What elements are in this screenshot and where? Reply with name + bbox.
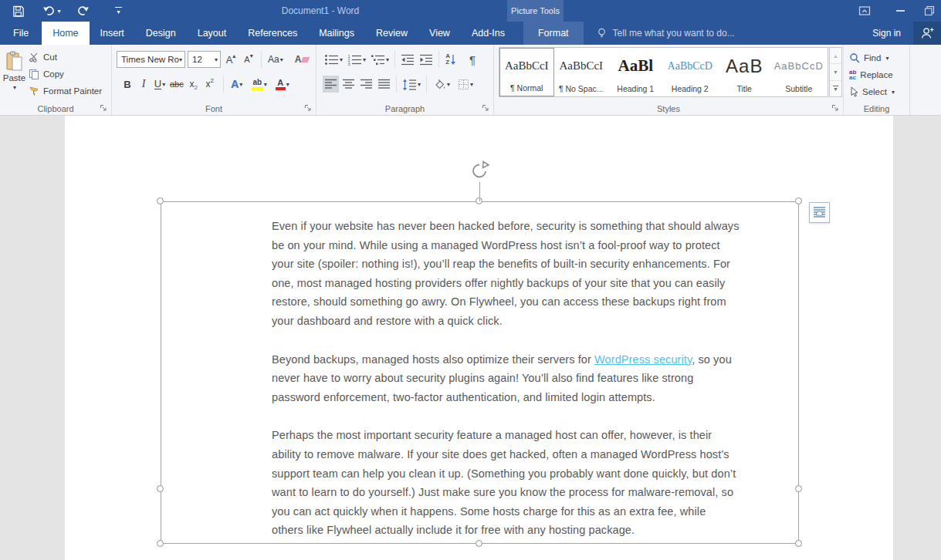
underline-dropdown-icon: ▾ bbox=[162, 81, 165, 88]
layout-options-button[interactable] bbox=[809, 202, 830, 223]
text-effects-glyph: A bbox=[231, 78, 239, 90]
bold-button[interactable]: B bbox=[120, 76, 135, 93]
rotate-handle[interactable] bbox=[469, 160, 490, 182]
font-dialog-launcher[interactable] bbox=[304, 104, 312, 112]
title-bar: ▾ ▾ Document1 - Word Picture Tools bbox=[0, 0, 941, 22]
replace-button[interactable]: ab ac Replace bbox=[849, 67, 893, 83]
strikethrough-button[interactable]: abc bbox=[168, 76, 185, 93]
paint-bucket-icon bbox=[432, 79, 446, 90]
ribbon-display-options-icon bbox=[858, 4, 872, 18]
tab-design[interactable]: Design bbox=[135, 22, 187, 45]
underline-button[interactable]: U ▾ bbox=[152, 76, 168, 93]
show-paragraph-marks-button[interactable]: ¶ bbox=[465, 51, 480, 68]
shading-dropdown-icon: ▾ bbox=[447, 81, 450, 88]
increase-indent-button[interactable] bbox=[418, 51, 435, 68]
subscript-button[interactable]: x 2 bbox=[186, 76, 201, 93]
style-normal[interactable]: AaBbCcI ¶ Normal bbox=[499, 48, 554, 96]
selection-handle-bottom-left[interactable] bbox=[157, 540, 164, 547]
clear-formatting-button[interactable]: A bbox=[293, 51, 311, 68]
style-subtitle[interactable]: AaBbCcD Subtitle bbox=[772, 48, 827, 96]
style-heading-1[interactable]: AaBl Heading 1 bbox=[608, 48, 663, 96]
font-name-combo[interactable]: Times New Ro ▾ bbox=[117, 51, 185, 68]
selection-handle-top-left[interactable] bbox=[157, 197, 164, 204]
group-styles: AaBbCcI ¶ Normal AaBbCcI ¶ No Spac... Aa… bbox=[494, 45, 844, 115]
restore-button[interactable] bbox=[918, 0, 941, 22]
tab-review[interactable]: Review bbox=[365, 22, 418, 45]
numbering-button[interactable]: 123 ▾ bbox=[346, 51, 367, 68]
tab-layout[interactable]: Layout bbox=[187, 22, 238, 45]
style-title-sample: AaB bbox=[726, 56, 763, 77]
superscript-button[interactable]: x 2 bbox=[202, 76, 218, 93]
change-case-button[interactable]: Aa ▾ bbox=[266, 51, 285, 68]
paragraph-dialog-launcher[interactable] bbox=[482, 104, 489, 112]
style-subtitle-name: Subtitle bbox=[785, 84, 812, 93]
shrink-font-button[interactable]: A ▾ bbox=[241, 51, 256, 68]
word-window: ▾ ▾ Document1 - Word Picture Tools bbox=[0, 0, 941, 560]
multilevel-list-button[interactable]: ▾ bbox=[369, 51, 391, 68]
sign-in-link[interactable]: Sign in bbox=[872, 28, 901, 39]
font-size-combo[interactable]: 12 ▾ bbox=[188, 51, 221, 68]
select-button[interactable]: Select ▾ bbox=[849, 84, 895, 100]
lightbulb-icon bbox=[596, 27, 608, 39]
style-title[interactable]: AaB Title bbox=[717, 48, 772, 96]
selection-handle-bottom-middle[interactable] bbox=[476, 540, 482, 547]
styles-gallery-more-button[interactable]: ▼ bbox=[830, 80, 841, 96]
shading-button[interactable]: ▾ bbox=[431, 76, 452, 93]
tab-file[interactable]: File bbox=[0, 22, 42, 45]
text-effects-button[interactable]: A ▾ bbox=[229, 76, 245, 93]
ribbon: Paste ▾ Cut Copy bbox=[0, 45, 941, 116]
clipboard-dialog-launcher[interactable] bbox=[100, 104, 107, 112]
cut-button[interactable]: Cut bbox=[29, 49, 57, 65]
styles-scroll-up-button[interactable]: ▲ bbox=[830, 48, 841, 63]
tab-insert[interactable]: Insert bbox=[90, 22, 135, 45]
paste-button[interactable]: Paste ▾ bbox=[2, 46, 27, 111]
format-painter-button[interactable]: Format Painter bbox=[29, 83, 102, 99]
selection-handle-middle-right[interactable] bbox=[795, 485, 802, 492]
tab-mailings[interactable]: Mailings bbox=[308, 22, 365, 45]
justify-button[interactable] bbox=[376, 76, 392, 93]
paste-icon bbox=[5, 51, 24, 72]
group-font: Times New Ro ▾ 12 ▾ A ▴ A ▾ Aa bbox=[112, 45, 316, 115]
align-center-button[interactable] bbox=[340, 76, 357, 93]
selection-handle-top-right[interactable] bbox=[795, 197, 802, 204]
styles-dialog-launcher[interactable] bbox=[831, 104, 839, 112]
format-painter-label: Format Painter bbox=[43, 86, 102, 96]
tab-home[interactable]: Home bbox=[42, 22, 89, 45]
group-editing: Find ▾ ab ac Replace Select ▾ Editing bbox=[844, 45, 910, 115]
sort-button[interactable]: A Z bbox=[443, 51, 459, 68]
find-button[interactable]: Find ▾ bbox=[849, 50, 889, 66]
tell-me-box[interactable]: Tell me what you want to do... bbox=[596, 22, 735, 45]
clear-formatting-glyph: A bbox=[295, 54, 302, 65]
copy-label: Copy bbox=[43, 69, 64, 79]
minimize-button[interactable] bbox=[882, 0, 918, 22]
style-heading-2[interactable]: AaBbCcD Heading 2 bbox=[663, 48, 718, 96]
minimize-icon bbox=[896, 10, 905, 11]
wordpress-security-link[interactable]: WordPress security bbox=[594, 353, 692, 366]
style-title-name: Title bbox=[737, 84, 752, 93]
decrease-indent-button[interactable] bbox=[399, 51, 416, 68]
copy-icon bbox=[29, 69, 39, 79]
tab-view[interactable]: View bbox=[418, 22, 461, 45]
selection-handle-bottom-right[interactable] bbox=[795, 540, 802, 547]
ribbon-display-options-button[interactable] bbox=[847, 0, 882, 22]
copy-button[interactable]: Copy bbox=[29, 66, 64, 82]
tab-add-ins[interactable]: Add-Ins bbox=[461, 22, 516, 45]
selection-handle-middle-left[interactable] bbox=[157, 485, 164, 492]
sign-in-avatar-button[interactable] bbox=[913, 22, 941, 45]
styles-scroll-down-button[interactable]: ▼ bbox=[830, 63, 841, 79]
borders-button[interactable]: ▾ bbox=[456, 76, 475, 93]
style-no-spacing-sample: AaBbCcI bbox=[559, 59, 603, 73]
grow-font-glyph: A bbox=[226, 54, 233, 66]
grow-font-button[interactable]: A ▴ bbox=[223, 51, 239, 68]
font-color-button[interactable]: A ▾ bbox=[274, 76, 291, 93]
styles-more-arrow: ▼ bbox=[833, 87, 838, 91]
style-no-spacing[interactable]: AaBbCcI ¶ No Spac... bbox=[554, 48, 609, 96]
tab-format[interactable]: Format bbox=[523, 22, 584, 45]
italic-button[interactable]: I bbox=[136, 76, 151, 93]
highlight-button[interactable]: ab ▾ bbox=[250, 76, 269, 93]
tab-references[interactable]: References bbox=[237, 22, 308, 45]
align-left-button[interactable] bbox=[323, 76, 339, 93]
bullets-button[interactable]: ▾ bbox=[323, 51, 344, 68]
line-spacing-button[interactable]: ▾ bbox=[401, 76, 422, 93]
align-right-button[interactable] bbox=[358, 76, 374, 93]
